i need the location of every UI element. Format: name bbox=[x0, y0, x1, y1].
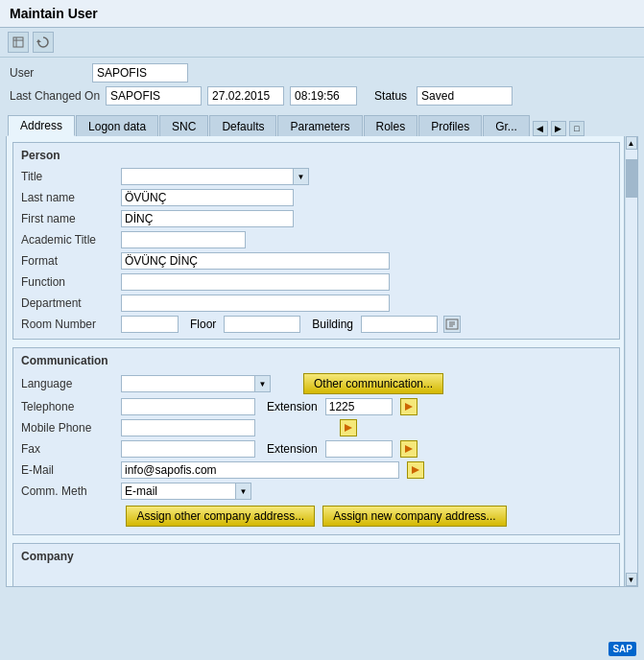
other-communication-button[interactable]: Other communication... bbox=[303, 373, 443, 394]
first-name-input[interactable] bbox=[121, 210, 294, 227]
first-name-label: First name bbox=[21, 212, 117, 225]
language-input[interactable] bbox=[121, 375, 255, 392]
extension-label: Extension bbox=[267, 400, 318, 413]
edit-icon[interactable] bbox=[8, 32, 29, 53]
academic-title-input[interactable] bbox=[121, 231, 246, 248]
function-label: Function bbox=[21, 275, 117, 289]
department-input[interactable] bbox=[121, 295, 390, 312]
telephone-row: Telephone Extension bbox=[13, 396, 619, 417]
title-dropdown[interactable]: ▼ bbox=[294, 168, 309, 185]
email-row: E-Mail bbox=[13, 460, 619, 481]
svg-marker-8 bbox=[405, 403, 413, 411]
department-row: Department bbox=[13, 293, 619, 314]
bottom-buttons: Assign other company address... Assign n… bbox=[13, 502, 619, 530]
email-input[interactable] bbox=[121, 461, 399, 479]
language-row: Language ▼ Other communication... bbox=[13, 371, 619, 396]
assign-new-button[interactable]: Assign new company address... bbox=[322, 506, 506, 527]
mobile-row: Mobile Phone bbox=[13, 417, 619, 438]
refresh-icon[interactable] bbox=[33, 32, 54, 53]
last-changed-time: 08:19:56 bbox=[290, 86, 357, 106]
fax-extension-label: Extension bbox=[267, 442, 318, 456]
tab-roles[interactable]: Roles bbox=[364, 115, 418, 136]
tab-parameters[interactable]: Parameters bbox=[277, 115, 362, 136]
format-row: Format bbox=[13, 250, 619, 271]
language-dropdown[interactable]: ▼ bbox=[255, 375, 271, 392]
first-name-row: First name bbox=[13, 208, 619, 229]
user-info: User SAPOFIS Last Changed On SAPOFIS 27.… bbox=[0, 58, 644, 111]
last-changed-label: Last Changed On bbox=[10, 89, 100, 103]
tab-nav-expand[interactable]: □ bbox=[569, 121, 584, 136]
function-input[interactable] bbox=[121, 273, 390, 291]
title-row: Title ▼ bbox=[13, 166, 619, 187]
sap-logo: SAP bbox=[608, 642, 636, 656]
status-label: Status bbox=[374, 89, 407, 103]
toolbar bbox=[0, 28, 644, 58]
last-changed-date: 27.02.2015 bbox=[207, 86, 284, 106]
assign-other-button[interactable]: Assign other company address... bbox=[126, 506, 315, 527]
extension-input[interactable] bbox=[325, 398, 393, 415]
comm-meth-label: Comm. Meth bbox=[21, 484, 117, 498]
user-label: User bbox=[10, 66, 86, 80]
telephone-label: Telephone bbox=[21, 400, 117, 413]
comm-meth-dropdown[interactable]: ▼ bbox=[236, 483, 251, 500]
fax-arrow-btn[interactable] bbox=[400, 440, 417, 458]
fax-row: Fax Extension bbox=[13, 438, 619, 460]
tab-gr[interactable]: Gr... bbox=[483, 115, 530, 136]
last-name-row: Last name bbox=[13, 187, 619, 208]
tabs-container: Address Logon data SNC Defaults Paramete… bbox=[0, 111, 644, 136]
last-name-input[interactable] bbox=[121, 189, 294, 206]
person-section: Person Title ▼ Last name First name bbox=[12, 142, 620, 340]
scroll-down-btn[interactable]: ▼ bbox=[626, 573, 637, 586]
mobile-label: Mobile Phone bbox=[21, 421, 117, 435]
tab-nav-left[interactable]: ◀ bbox=[533, 121, 548, 136]
svg-marker-11 bbox=[412, 466, 419, 474]
scroll-thumb[interactable] bbox=[626, 159, 637, 198]
floor-input[interactable] bbox=[224, 316, 300, 333]
building-input[interactable] bbox=[361, 316, 438, 333]
language-label: Language bbox=[21, 377, 117, 390]
department-label: Department bbox=[21, 296, 117, 310]
room-input[interactable] bbox=[121, 316, 179, 333]
communication-section-title: Communication bbox=[13, 352, 619, 371]
email-label: E-Mail bbox=[21, 463, 117, 477]
tab-snc[interactable]: SNC bbox=[159, 115, 208, 136]
tab-profiles[interactable]: Profiles bbox=[418, 115, 482, 136]
status-value: Saved bbox=[417, 86, 513, 106]
floor-label: Floor bbox=[190, 318, 216, 331]
title-bar: Maintain User bbox=[0, 0, 644, 28]
tab-logon[interactable]: Logon data bbox=[76, 115, 158, 136]
person-section-title: Person bbox=[13, 147, 619, 166]
user-value: SAPOFIS bbox=[92, 63, 188, 82]
email-arrow-btn[interactable] bbox=[407, 461, 424, 479]
building-browse-btn[interactable] bbox=[443, 316, 461, 333]
telephone-input[interactable] bbox=[121, 398, 255, 415]
format-label: Format bbox=[21, 254, 117, 268]
fax-extension-input[interactable] bbox=[325, 440, 393, 458]
format-input[interactable] bbox=[121, 252, 390, 270]
mobile-input[interactable] bbox=[121, 419, 255, 436]
tab-address[interactable]: Address bbox=[8, 115, 75, 136]
tab-nav-right[interactable]: ▶ bbox=[551, 121, 566, 136]
function-row: Function bbox=[13, 271, 619, 293]
title-input[interactable] bbox=[121, 168, 294, 185]
mobile-arrow-btn[interactable] bbox=[340, 419, 357, 436]
last-changed-user: SAPOFIS bbox=[106, 86, 202, 106]
communication-section: Communication Language ▼ Other communica… bbox=[12, 347, 620, 535]
svg-marker-10 bbox=[405, 445, 413, 453]
room-label: Room Number bbox=[21, 318, 117, 331]
academic-title-row: Academic Title bbox=[13, 229, 619, 250]
room-row: Room Number Floor Building bbox=[13, 314, 619, 335]
svg-marker-9 bbox=[345, 424, 352, 432]
comm-meth-row: Comm. Meth ▼ bbox=[13, 481, 619, 502]
academic-title-label: Academic Title bbox=[21, 233, 117, 247]
fax-input[interactable] bbox=[121, 440, 255, 458]
svg-rect-0 bbox=[13, 37, 23, 47]
last-name-label: Last name bbox=[21, 191, 117, 204]
telephone-arrow-btn[interactable] bbox=[400, 398, 417, 415]
tab-defaults[interactable]: Defaults bbox=[209, 115, 276, 136]
fax-label: Fax bbox=[21, 442, 117, 456]
page-title: Maintain User bbox=[10, 6, 98, 21]
comm-meth-input[interactable] bbox=[121, 483, 236, 500]
title-label: Title bbox=[21, 170, 117, 183]
scroll-up-btn[interactable]: ▲ bbox=[626, 136, 637, 150]
